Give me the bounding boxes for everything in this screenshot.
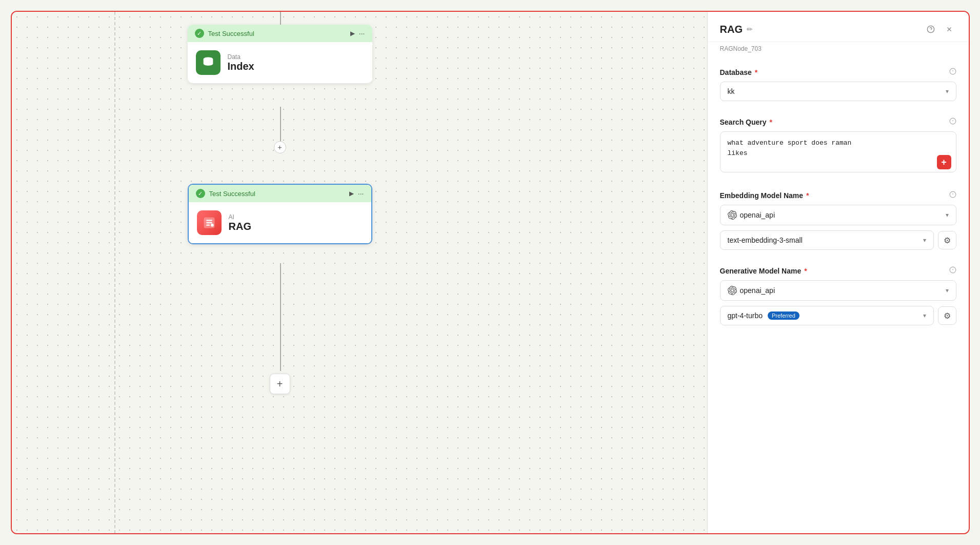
node-index-info: Data Index [228,53,254,72]
add-btn-bottom[interactable]: + [270,374,290,394]
dots-icon-rag[interactable]: ··· [358,189,364,198]
connector-below-rag [280,263,281,371]
embedding-provider-chevron: ▾ [946,211,949,219]
node-index-name: Index [228,61,254,72]
generative-provider-value: openai_api [740,286,775,295]
node-rag-info: AI RAG [229,213,251,232]
embedding-model-label: Embedding Model Name * [720,191,956,200]
panel-title: RAG [720,24,743,35]
help-icon[interactable] [924,22,938,36]
search-query-input[interactable] [720,131,956,172]
generative-model-value: gpt-4-turbo [728,312,763,320]
node-index-card: ✓ Test Successful ▶ ··· Data Index [188,25,372,83]
database-value: kk [728,87,735,95]
embedding-model-value: text-embedding-3-small [728,236,803,244]
search-query-wrapper: + [720,131,956,174]
node-rag-card[interactable]: ✓ Test Successful ▶ ··· AI RAG [188,184,372,244]
node-index-type: Data [228,53,254,61]
node-index-icon [196,50,221,75]
svg-point-2 [210,224,213,227]
search-query-label: Search Query * [720,118,956,126]
generative-gear-btn[interactable]: ⚙ [938,306,956,325]
database-label: Database * [720,68,956,76]
node-index-status: Test Successful [208,30,254,37]
dots-icon-index[interactable]: ··· [359,29,365,37]
generative-provider-chevron: ▾ [946,287,949,294]
embedding-provider-dropdown[interactable]: openai_api ▾ [720,205,956,225]
canvas-area: ✓ Test Successful ▶ ··· Data Index [12,12,707,533]
preferred-badge: Preferred [768,312,799,320]
embedding-provider-value: openai_api [740,211,775,219]
node-rag-header: ✓ Test Successful ▶ ··· [189,185,371,202]
embedding-model-chevron: ▾ [923,237,926,244]
generative-model-section: Generative Model Name * openai_api [708,258,969,334]
generative-model-label: Generative Model Name * [720,266,956,275]
database-section: Database * kk ▾ [708,60,969,109]
check-icon-rag: ✓ [196,189,205,198]
generative-provider-dropdown[interactable]: openai_api ▾ [720,280,956,301]
database-required: * [755,68,757,76]
dashed-line [114,12,115,533]
node-index-body: Data Index [188,42,372,83]
embedding-gear-btn[interactable]: ⚙ [938,231,956,249]
check-icon: ✓ [195,29,204,38]
add-btn-between[interactable]: + [274,141,286,153]
generative-model-dropdown[interactable]: gpt-4-turbo Preferred ▾ [720,306,934,325]
search-query-required: * [770,118,772,126]
generative-required: * [804,267,807,275]
generative-model-chevron: ▾ [923,312,926,319]
node-rag-status: Test Successful [209,190,255,198]
node-index-header: ✓ Test Successful ▶ ··· [188,25,372,42]
panel-subtitle: RAGNode_703 [708,42,969,60]
node-rag-name: RAG [229,221,251,232]
panel-header: RAG ✏ [708,12,969,42]
embedding-model-row: text-embedding-3-small ▾ ⚙ [720,230,956,250]
play-icon-rag[interactable]: ▶ [349,190,354,197]
node-rag-type: AI [229,213,251,221]
database-info-icon[interactable] [949,68,956,76]
database-chevron: ▾ [946,88,949,95]
node-rag-icon [197,210,222,235]
embedding-required: * [806,191,809,200]
right-panel: RAG ✏ RAGNode_703 Database [707,12,969,533]
edit-icon[interactable]: ✏ [747,25,753,33]
embedding-model-section: Embedding Model Name * openai_api [708,183,969,258]
main-container: ✓ Test Successful ▶ ··· Data Index [11,11,970,534]
embedding-info-icon[interactable] [949,191,956,200]
node-rag-body: AI RAG [189,202,371,243]
generative-model-row: gpt-4-turbo Preferred ▾ ⚙ [720,306,956,325]
embedding-model-dropdown[interactable]: text-embedding-3-small ▾ [720,230,934,250]
play-icon-index[interactable]: ▶ [350,30,355,37]
search-query-section: Search Query * + [708,109,969,183]
search-query-info-icon[interactable] [949,118,956,126]
close-icon[interactable] [942,22,956,36]
database-dropdown[interactable]: kk ▾ [720,82,956,101]
generative-info-icon[interactable] [949,266,956,275]
search-query-add-btn[interactable]: + [937,155,951,169]
